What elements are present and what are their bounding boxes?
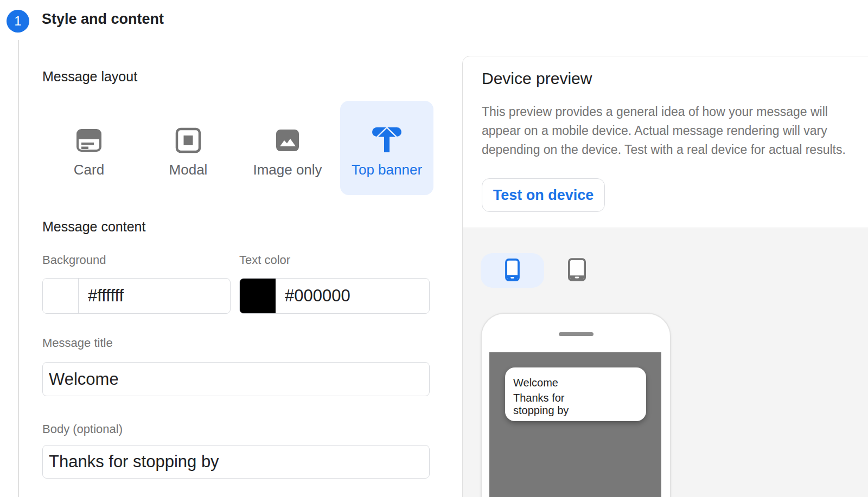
message-title-input[interactable] [42, 362, 430, 396]
text-color-field [239, 278, 430, 314]
layout-option-label: Modal [169, 162, 208, 178]
text-color-input[interactable] [276, 279, 429, 313]
preview-message-title: Welcome [513, 376, 646, 389]
phone-speaker-bar [559, 332, 593, 336]
modal-layout-icon [174, 125, 202, 156]
phone-icon [505, 259, 520, 283]
layout-option-label: Image only [253, 162, 322, 178]
background-color-field [42, 278, 231, 314]
step-number-badge: 1 [7, 10, 29, 33]
image-only-layout-icon [273, 125, 302, 156]
test-on-device-button[interactable]: Test on device [482, 178, 605, 212]
device-preview-heading: Device preview [482, 69, 592, 88]
layout-option-label: Card [74, 162, 104, 178]
description-line: This preview provides a general idea of … [482, 102, 846, 121]
layout-option-modal[interactable]: Modal [142, 101, 235, 195]
body-label: Body (optional) [42, 422, 123, 436]
phone-mockup: Welcome Thanks for stopping by [481, 313, 671, 497]
layout-option-top-banner[interactable]: Top banner [340, 101, 433, 195]
background-color-input[interactable] [79, 279, 230, 313]
device-preview-stage: Welcome Thanks for stopping by [463, 228, 868, 497]
layout-option-label: Top banner [352, 162, 422, 178]
description-line: depending on the device. Test with a rea… [482, 140, 846, 159]
top-banner-layout-icon [372, 125, 402, 156]
description-line: appear on a mobile device. Actual messag… [482, 121, 846, 140]
message-layout-options: Card Modal Image only Top banner [42, 101, 433, 195]
background-color-swatch[interactable] [43, 279, 79, 313]
layout-option-image-only[interactable]: Image only [241, 101, 334, 195]
page-title: Style and content [42, 11, 164, 28]
message-content-heading: Message content [42, 219, 145, 235]
preview-message-body: Thanks for stopping by [513, 392, 600, 417]
device-preview-panel: Device preview This preview provides a g… [462, 56, 868, 497]
tablet-icon [568, 258, 586, 283]
step-connector-line [18, 40, 19, 497]
background-label: Background [42, 253, 106, 267]
preview-banner-message: Welcome Thanks for stopping by [505, 367, 646, 421]
device-preview-description: This preview provides a general idea of … [482, 102, 846, 159]
text-color-label: Text color [239, 253, 290, 267]
tablet-mode-button[interactable] [550, 253, 604, 288]
text-color-swatch[interactable] [240, 279, 276, 313]
message-title-label: Message title [42, 336, 113, 350]
layout-option-card[interactable]: Card [42, 101, 136, 195]
body-input[interactable] [42, 445, 430, 479]
card-layout-icon [75, 125, 103, 156]
phone-screen: Welcome Thanks for stopping by [489, 352, 661, 497]
message-layout-heading: Message layout [42, 69, 137, 85]
phone-mode-button[interactable] [481, 253, 544, 288]
